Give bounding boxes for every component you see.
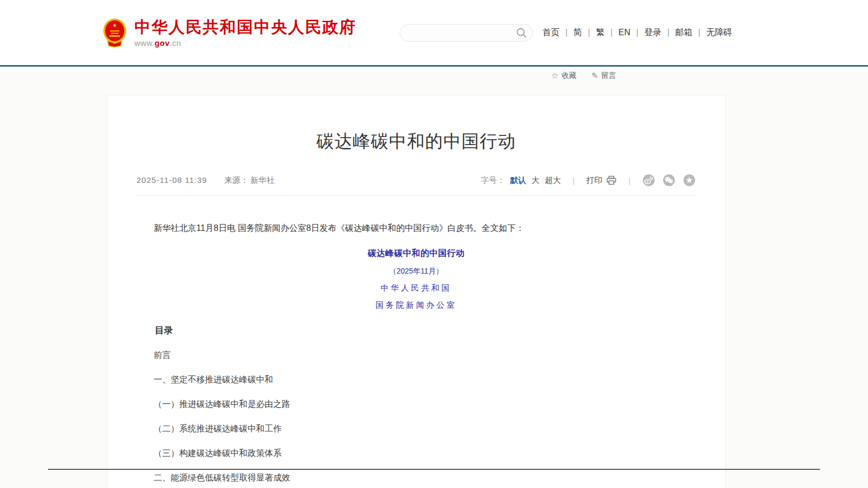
toc-heading: 目录 [137,324,696,337]
site-url: www.gov.cn [134,38,356,47]
national-emblem-icon: ★ [102,18,127,47]
printer-icon [606,175,617,185]
footer-top-border [48,469,820,470]
favorite-button[interactable]: ☆ 收藏 [551,71,576,81]
weibo-share-icon[interactable] [642,174,655,187]
article-source: 来源： 新华社 [224,175,274,185]
search-input[interactable] [400,24,533,42]
nav-link[interactable]: EN [604,28,630,37]
toc-list: 前言一、坚定不移推进碳达峰碳中和（一）推进碳达峰碳中和是必由之路（二）系统推进碳… [137,350,696,488]
toc-item: （二）系统推进碳达峰碳中和工作 [137,423,696,435]
share-buttons [642,174,696,187]
article-card: 碳达峰碳中和的中国行动 2025-11-08 11:39 来源： 新华社 字号：… [107,95,726,488]
document-title: 碳达峰碳中和的中国行动 [137,248,696,259]
document-org-line2: 国务院新闻办公室 [137,300,696,310]
fontsize-xlarge-button[interactable]: 超大 [545,175,561,186]
wechat-share-icon[interactable] [663,174,675,187]
document-org-line1: 中华人民共和国 [137,283,696,293]
document-heading-block: 碳达峰碳中和的中国行动 （2025年11月） 中华人民共和国 国务院新闻办公室 [137,248,696,310]
pencil-icon: ✎ [591,71,598,81]
fontsize-large-button[interactable]: 大 [531,175,539,186]
toc-item: （一）推进碳达峰碳中和是必由之路 [137,399,696,410]
toc-item: （三）构建碳达峰碳中和政策体系 [137,448,696,459]
print-button[interactable]: 打印 [586,175,617,186]
article-meta: 2025-11-08 11:39 来源： 新华社 字号： 默认 大 超大 | 打… [137,174,696,187]
toc-item: 一、坚定不移推进碳达峰碳中和 [137,374,696,386]
favorite-label: 收藏 [561,71,576,81]
nav-link[interactable]: 无障碍 [692,27,732,38]
article-lead-paragraph: 新华社北京11月8日电 国务院新闻办公室8日发布《碳达峰碳中和的中国行动》白皮书… [137,221,696,235]
svg-text:★: ★ [113,22,117,28]
article-title: 碳达峰碳中和的中国行动 [137,130,696,154]
qzone-share-icon[interactable] [683,174,696,187]
search-icon[interactable] [516,27,527,38]
top-nav: 首页简繁EN登录邮箱无障碍 [543,27,732,38]
toc-item: 前言 [137,350,696,361]
fontsize-label: 字号： [481,175,505,186]
site-brand-text: 中华人民共和国中央人民政府 www.gov.cn [134,18,356,47]
nav-link[interactable]: 简 [560,27,582,38]
comment-label: 留言 [601,71,616,81]
print-label: 打印 [586,175,602,186]
nav-link[interactable]: 繁 [582,27,604,38]
site-header: ★ 中华人民共和国中央人民政府 www.gov.cn 首页简繁E [0,0,868,65]
page-tools: ☆ 收藏 ✎ 留言 [551,71,616,81]
fontsize-default-button[interactable]: 默认 [510,175,526,186]
separator: | [572,176,575,185]
page-content: ☆ 收藏 ✎ 留言 碳达峰碳中和的中国行动 2025-11-08 11:39 来… [0,67,868,488]
comment-button[interactable]: ✎ 留言 [591,71,616,81]
nav-link[interactable]: 首页 [543,27,560,38]
separator: | [628,176,631,185]
meta-divider [137,195,696,196]
site-logo-link[interactable]: ★ 中华人民共和国中央人民政府 www.gov.cn [102,18,356,47]
search-box [400,24,533,42]
toc-item: 二、能源绿色低碳转型取得显著成效 [137,473,696,484]
nav-link[interactable]: 登录 [631,27,662,38]
nav-link[interactable]: 邮箱 [662,27,692,38]
site-title: 中华人民共和国中央人民政府 [134,18,356,36]
star-icon: ☆ [551,71,558,81]
document-date: （2025年11月） [137,267,696,276]
publish-date: 2025-11-08 11:39 [137,175,207,185]
